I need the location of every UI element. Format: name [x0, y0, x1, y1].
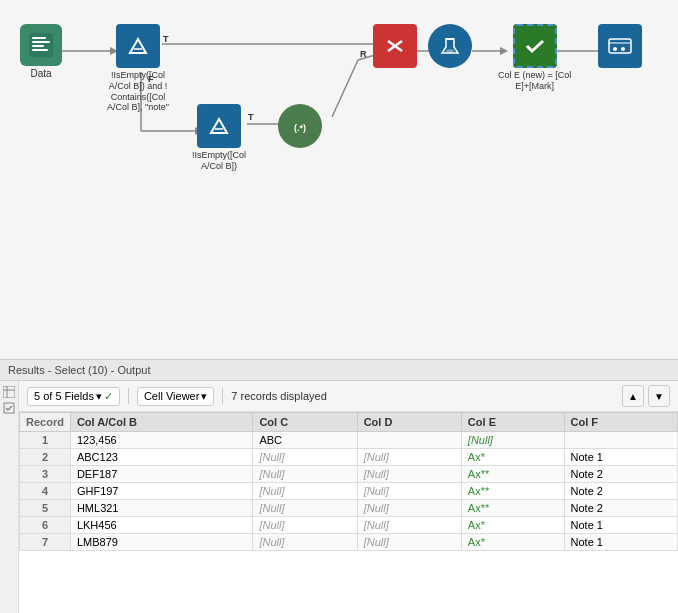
table-cell: [Null]: [253, 534, 357, 551]
table-cell: 4: [20, 483, 71, 500]
records-label: 7 records displayed: [231, 390, 326, 402]
fields-check-icon: ✓: [104, 390, 113, 403]
svg-rect-27: [32, 45, 44, 47]
workflow-canvas[interactable]: T F T F R Data !IsEmpty([ColA/C: [0, 0, 678, 360]
table-row: 6LKH456[Null][Null]Ax*Note 1: [20, 517, 678, 534]
results-toolbar: 5 of 5 Fields ▾ ✓ Cell Viewer ▾ 7 record…: [19, 381, 678, 412]
table-cell: [Null]: [253, 500, 357, 517]
table-cell: [564, 432, 677, 449]
table-row: 7LMB879[Null][Null]Ax*Note 1: [20, 534, 678, 551]
table-cell: [Null]: [357, 449, 461, 466]
table-cell: ABC: [253, 432, 357, 449]
table-cell: Ax*: [461, 517, 564, 534]
table-cell: Ax**: [461, 500, 564, 517]
fields-button[interactable]: 5 of 5 Fields ▾ ✓: [27, 387, 120, 406]
table-cell: Note 2: [564, 483, 677, 500]
table-row: 4GHF197[Null][Null]Ax**Note 2: [20, 483, 678, 500]
table-cell: LMB879: [70, 534, 253, 551]
node-filter2[interactable]: !IsEmpty([ColA/Col B]): [192, 104, 246, 172]
table-cell: Note 1: [564, 517, 677, 534]
node-browse[interactable]: [598, 24, 642, 68]
col-header-record: Record: [20, 413, 71, 432]
viewer-label: Cell Viewer: [144, 390, 199, 402]
table-cell: 5: [20, 500, 71, 517]
results-header-text: Results - Select (10) - Output: [8, 364, 150, 376]
node-select[interactable]: [373, 24, 417, 68]
results-main: 5 of 5 Fields ▾ ✓ Cell Viewer ▾ 7 record…: [19, 381, 678, 613]
node-formula[interactable]: (.*): [278, 104, 322, 148]
node-data[interactable]: Data: [20, 24, 62, 80]
table-cell: 3: [20, 466, 71, 483]
table-cell: Ax**: [461, 466, 564, 483]
svg-rect-26: [32, 41, 50, 43]
svg-rect-29: [123, 31, 153, 61]
svg-rect-25: [32, 37, 46, 39]
table-cell: [Null]: [461, 432, 564, 449]
table-cell: [Null]: [357, 534, 461, 551]
toolbar-sep-1: [128, 388, 129, 404]
table-cell: [Null]: [253, 483, 357, 500]
data-table[interactable]: Record Col A/Col B Col C Col D Col E Col…: [19, 412, 678, 613]
row-select-icon[interactable]: [2, 401, 16, 415]
table-cell: LKH456: [70, 517, 253, 534]
table-cell: 1: [20, 432, 71, 449]
table-cell: DEF187: [70, 466, 253, 483]
table-cell: 2: [20, 449, 71, 466]
table-cell: 6: [20, 517, 71, 534]
node-lab[interactable]: [428, 24, 472, 70]
table-cell: [Null]: [357, 517, 461, 534]
node-filter1[interactable]: !IsEmpty([ColA/Col B]) and !Contains([Co…: [107, 24, 169, 113]
fields-dropdown-icon: ▾: [96, 390, 102, 403]
col-header-col-a: Col A/Col B: [70, 413, 253, 432]
table-cell: [357, 432, 461, 449]
table-row: 5HML321[Null][Null]Ax**Note 2: [20, 500, 678, 517]
col-header-col-e: Col E: [461, 413, 564, 432]
table-cell: [Null]: [357, 483, 461, 500]
viewer-dropdown-icon: ▾: [201, 390, 207, 403]
table-cell: Ax**: [461, 483, 564, 500]
table-body: 1123,456ABC[Null]2ABC123[Null][Null]Ax*N…: [20, 432, 678, 551]
node-check-label: Col E (new) = [ColE]+[Mark]: [498, 70, 571, 92]
table-cell: Ax*: [461, 449, 564, 466]
svg-text:T: T: [248, 112, 254, 122]
svg-rect-32: [204, 111, 234, 141]
scroll-up-button[interactable]: ▲: [622, 385, 644, 407]
node-filter2-label: !IsEmpty([ColA/Col B]): [192, 150, 246, 172]
toolbar-sep-2: [222, 388, 223, 404]
scroll-down-button[interactable]: ▼: [648, 385, 670, 407]
svg-rect-49: [3, 386, 15, 398]
table-row: 2ABC123[Null][Null]Ax*Note 1: [20, 449, 678, 466]
table-header-row: Record Col A/Col B Col C Col D Col E Col…: [20, 413, 678, 432]
node-check[interactable]: Col E (new) = [ColE]+[Mark]: [498, 24, 571, 92]
table-cell: [Null]: [253, 466, 357, 483]
table-cell: [Null]: [253, 517, 357, 534]
connections-svg: T F T F R: [0, 0, 678, 359]
table-cell: [Null]: [357, 500, 461, 517]
table-row: 1123,456ABC[Null]: [20, 432, 678, 449]
results-table: Record Col A/Col B Col C Col D Col E Col…: [19, 412, 678, 551]
col-header-col-d: Col D: [357, 413, 461, 432]
table-cell: Note 1: [564, 449, 677, 466]
table-view-icon[interactable]: [2, 385, 16, 399]
table-cell: Note 2: [564, 500, 677, 517]
svg-text:R: R: [360, 49, 367, 59]
node-filter1-label: !IsEmpty([ColA/Col B]) and !Contains([Co…: [107, 70, 169, 113]
results-left-strip: [0, 381, 19, 613]
table-cell: Note 1: [564, 534, 677, 551]
results-panel: Results - Select (10) - Output: [0, 360, 678, 613]
col-header-col-c: Col C: [253, 413, 357, 432]
table-cell: [Null]: [253, 449, 357, 466]
svg-point-42: [446, 49, 454, 53]
svg-text:(.*): (.*): [294, 123, 306, 133]
table-cell: ABC123: [70, 449, 253, 466]
table-cell: GHF197: [70, 483, 253, 500]
svg-point-47: [613, 47, 617, 51]
svg-rect-43: [521, 32, 549, 60]
viewer-button[interactable]: Cell Viewer ▾: [137, 387, 214, 406]
svg-line-9: [332, 60, 358, 117]
table-row: 3DEF187[Null][Null]Ax**Note 2: [20, 466, 678, 483]
table-cell: Note 2: [564, 466, 677, 483]
svg-rect-28: [32, 49, 48, 51]
table-cell: [Null]: [357, 466, 461, 483]
col-header-col-f: Col F: [564, 413, 677, 432]
